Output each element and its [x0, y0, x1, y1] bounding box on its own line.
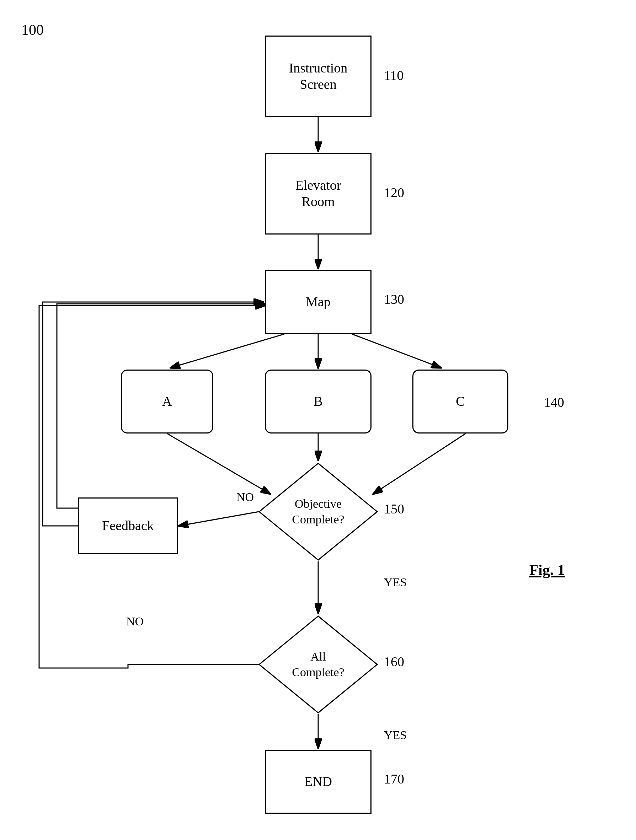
- svg-line-8: [167, 434, 270, 494]
- node-c-label: C: [456, 393, 465, 410]
- all-complete-label: All Complete?: [292, 649, 344, 680]
- objective-complete-label: Objective Complete?: [292, 496, 344, 527]
- svg-line-7: [352, 334, 441, 368]
- ref-110: 110: [384, 68, 404, 83]
- node-c-box: C: [412, 369, 508, 434]
- ref-120: 120: [384, 185, 404, 201]
- elevator-room-label: Elevator Room: [296, 177, 341, 210]
- map-box: Map: [265, 270, 372, 334]
- node-b-box: B: [265, 369, 372, 434]
- instruction-screen-box: Instruction Screen: [265, 36, 372, 117]
- feedback-box: Feedback: [78, 497, 178, 554]
- end-label: END: [304, 774, 332, 790]
- instruction-screen-label: Instruction Screen: [289, 60, 348, 92]
- node-a-box: A: [121, 369, 213, 434]
- feedback-label: Feedback: [102, 518, 154, 534]
- diagram-ref-100: 100: [21, 21, 44, 38]
- yes1-label: YES: [384, 576, 407, 589]
- flowchart-diagram: 100 Fig. 1 Instruction Screen 110 Elevat…: [0, 0, 636, 840]
- all-complete-diamond: All Complete?: [258, 615, 379, 714]
- ref-160: 160: [384, 654, 404, 669]
- yes2-label: YES: [384, 728, 407, 742]
- end-box: END: [265, 750, 372, 814]
- no1-label: NO: [236, 490, 254, 504]
- objective-complete-diamond: Objective Complete?: [258, 462, 379, 561]
- ref-170: 170: [384, 771, 404, 787]
- ref-150: 150: [384, 501, 404, 517]
- svg-line-11: [179, 512, 259, 526]
- node-b-label: B: [313, 393, 323, 410]
- svg-line-5: [171, 334, 285, 368]
- ref-140: 140: [544, 395, 564, 410]
- node-a-label: A: [162, 393, 172, 410]
- ref-130: 130: [384, 291, 404, 307]
- map-label: Map: [306, 294, 331, 310]
- no2-label: NO: [126, 615, 144, 628]
- figure-label: Fig. 1: [529, 561, 565, 578]
- svg-line-10: [373, 434, 466, 494]
- elevator-room-box: Elevator Room: [265, 153, 372, 235]
